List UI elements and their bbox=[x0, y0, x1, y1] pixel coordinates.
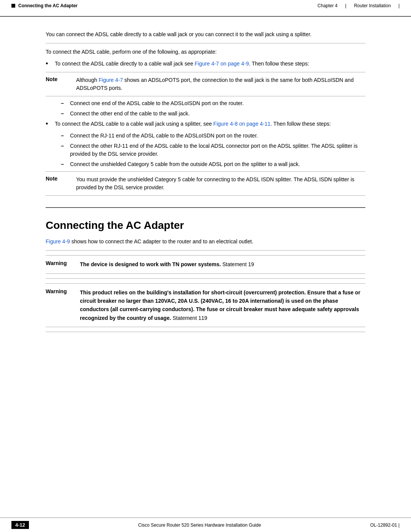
figure-4-8-link[interactable]: Figure 4-8 on page 4-11 bbox=[213, 121, 271, 127]
bullet-dot-2: • bbox=[46, 120, 53, 128]
warning-text-2: This product relies on the building's in… bbox=[80, 288, 365, 323]
dash-item-1-1: – Connect one end of the ADSL cable to t… bbox=[61, 99, 365, 107]
divider-1 bbox=[46, 43, 365, 43]
dash-list-1: – Connect one end of the ADSL cable to t… bbox=[46, 99, 365, 118]
list-item-1: • To connect the ADSL cable directly to … bbox=[46, 60, 365, 68]
page-header: Connecting the AC Adapter Chapter 4 | Ro… bbox=[0, 0, 411, 10]
note-box-1: Note Although Figure 4-7 shows an ADSLoP… bbox=[46, 72, 365, 96]
header-square-icon bbox=[11, 4, 15, 8]
header-separator: | bbox=[345, 3, 346, 8]
note-text-1: Although Figure 4-7 shows an ADSLoPOTS p… bbox=[76, 76, 365, 92]
divider-before-warning2 bbox=[46, 278, 365, 279]
warning-label-1: Warning bbox=[46, 260, 76, 266]
warning-text-1: The device is designed to work with TN p… bbox=[80, 260, 254, 268]
bullet-dot-1: • bbox=[46, 60, 53, 68]
list-item-2: • To connect the ADSL cable to a cable w… bbox=[46, 120, 365, 128]
header-chapter-title: Router Installation bbox=[354, 3, 391, 8]
figure-4-7-note-link[interactable]: Figure 4-7 bbox=[99, 77, 123, 83]
footer-page-number: 4-12 bbox=[11, 521, 29, 529]
note-text-2: You must provide the unshielded Category… bbox=[76, 176, 365, 192]
header-divider bbox=[0, 16, 411, 17]
adsl-intro-text: To connect the ADSL cable, perform one o… bbox=[46, 48, 365, 56]
dash-list-2: – Connect the RJ-11 end of the ADSL cabl… bbox=[46, 132, 365, 168]
section-heading: Connecting the AC Adapter bbox=[46, 219, 365, 232]
header-chapter-label: Chapter 4 bbox=[317, 3, 338, 8]
note-box-2: Note You must provide the unshielded Cat… bbox=[46, 171, 365, 196]
bullet-2-text: To connect the ADSL cable to a cable wal… bbox=[55, 120, 365, 128]
header-left: Connecting the AC Adapter bbox=[11, 3, 78, 8]
content-area: You can connect the ADSL cable directly … bbox=[0, 23, 411, 532]
section-intro-text: Figure 4-9 shows how to connect the AC a… bbox=[46, 238, 365, 246]
intro-paragraph: You can connect the ADSL cable directly … bbox=[46, 30, 365, 38]
figure-4-7-link[interactable]: Figure 4-7 on page 4-9 bbox=[195, 61, 249, 67]
warning-box-2: Warning This product relies on the build… bbox=[46, 283, 365, 328]
warning-label-2: Warning bbox=[46, 288, 76, 294]
bullet-list: • To connect the ADSL cable directly to … bbox=[46, 60, 365, 68]
figure-4-9-link[interactable]: Figure 4-9 bbox=[46, 238, 70, 244]
divider-after-warning2 bbox=[46, 332, 365, 332]
warning-box-1: Warning The device is designed to work w… bbox=[46, 255, 365, 273]
bullet-1-text: To connect the ADSL cable directly to a … bbox=[55, 60, 365, 68]
header-section-title: Connecting the AC Adapter bbox=[18, 3, 78, 8]
dash-item-1-2: – Connect the other end of the cable to … bbox=[61, 110, 365, 118]
footer-right-text: OL-12892-01 | bbox=[370, 522, 400, 528]
header-right: Chapter 4 | Router Installation | bbox=[317, 3, 400, 8]
bullet-list-2: • To connect the ADSL cable to a cable w… bbox=[46, 120, 365, 128]
page-footer: 4-12 Cisco Secure Router 520 Series Hard… bbox=[0, 518, 411, 532]
note-label-1: Note bbox=[46, 76, 72, 82]
dash-item-2-1: – Connect the RJ-11 end of the ADSL cabl… bbox=[61, 132, 365, 140]
note-label-2: Note bbox=[46, 176, 72, 182]
section-divider bbox=[46, 207, 365, 208]
dash-item-2-2: – Connect the other RJ-11 end of the ADS… bbox=[61, 142, 365, 158]
header-separator2: | bbox=[398, 3, 400, 8]
divider-before-warning1 bbox=[46, 250, 365, 251]
footer-center-text: Cisco Secure Router 520 Series Hardware … bbox=[138, 522, 261, 528]
dash-item-2-3: – Connect the unshielded Category 5 cabl… bbox=[61, 160, 365, 168]
